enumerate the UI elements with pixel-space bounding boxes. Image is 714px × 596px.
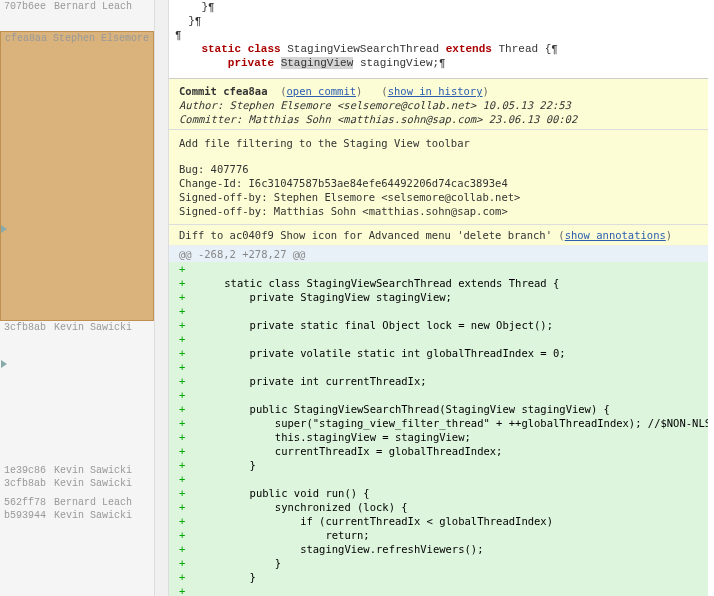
blame-row[interactable]: 3cfb8ab Kevin Sawicki bbox=[0, 477, 154, 490]
blame-author: Kevin Sawicki bbox=[54, 322, 132, 333]
diff-added-line: + bbox=[169, 332, 708, 346]
blame-hash: 1e39c86 bbox=[4, 465, 54, 476]
code-line: }¶ bbox=[169, 0, 714, 14]
blame-author: Kevin Sawicki bbox=[54, 510, 132, 521]
diff-added-line: + } bbox=[169, 556, 708, 570]
blame-author: Bernard Leach bbox=[54, 497, 132, 508]
blame-hash: 3cfb8ab bbox=[4, 478, 54, 489]
diff-added-line: + bbox=[169, 360, 708, 374]
author-line: Author: Stephen Elsemore <selsemore@coll… bbox=[179, 99, 698, 111]
diff-added-line: + bbox=[169, 262, 708, 276]
blame-row[interactable]: 562ff78 Bernard Leach bbox=[0, 496, 154, 509]
blame-row-highlighted[interactable]: cfea8aa Stephen Elsemore bbox=[0, 31, 154, 321]
commit-changeid: Change-Id: I6c31047587b53ae84efe64492206… bbox=[179, 176, 698, 190]
code-line: private StagingView stagingView;¶ bbox=[169, 56, 714, 70]
commit-bug: Bug: 407776 bbox=[179, 162, 698, 176]
show-annotations-link[interactable]: show annotations bbox=[565, 229, 666, 241]
diff-added-line: + public StagingViewSearchThread(Staging… bbox=[169, 402, 708, 416]
blame-author: Stephen Elsemore bbox=[53, 33, 149, 319]
diff-added-line: + } bbox=[169, 458, 708, 472]
commit-hover-panel: Commit cfea8aa (open commit) (show in hi… bbox=[169, 78, 708, 596]
code-line: ¶ bbox=[169, 28, 714, 42]
blame-hash: 562ff78 bbox=[4, 497, 54, 508]
diff-added-line: + static class StagingViewSearchThread e… bbox=[169, 276, 708, 290]
code-line: }¶ bbox=[169, 14, 714, 28]
show-in-history-link[interactable]: show in history bbox=[388, 85, 483, 97]
diff-added-line: + stagingView.refreshViewers(); bbox=[169, 542, 708, 556]
diff-to-line: Diff to ac040f9 Show icon for Advanced m… bbox=[169, 225, 708, 246]
commit-header: Commit cfea8aa (open commit) (show in hi… bbox=[169, 79, 708, 130]
diff-added-line: + private StagingView stagingView; bbox=[169, 290, 708, 304]
diff-added-line: + return; bbox=[169, 528, 708, 542]
blame-hash: 707b6ee bbox=[4, 1, 54, 12]
change-marker-icon bbox=[1, 360, 7, 368]
diff-added-line: + private static final Object lock = new… bbox=[169, 318, 708, 332]
blame-author: Kevin Sawicki bbox=[54, 478, 132, 489]
blame-row[interactable]: 707b6ee Bernard Leach bbox=[0, 0, 154, 13]
blame-hash: cfea8aa bbox=[5, 33, 53, 319]
diff-added-line: + } bbox=[169, 570, 708, 584]
blame-author: Kevin Sawicki bbox=[54, 465, 132, 476]
diff-added-line: + bbox=[169, 304, 708, 318]
blame-annotation-column: 707b6ee Bernard Leach cfea8aa Stephen El… bbox=[0, 0, 155, 596]
commit-subject: Add file filtering to the Staging View t… bbox=[179, 136, 698, 150]
change-marker-icon bbox=[1, 225, 7, 233]
diff-added-line: + synchronized (lock) { bbox=[169, 500, 708, 514]
diff-hunk-header: @@ -268,2 +278,27 @@ bbox=[169, 246, 708, 262]
blame-hash: 3cfb8ab bbox=[4, 322, 54, 333]
diff-added-line: + this.stagingView = stagingView; bbox=[169, 430, 708, 444]
diff-added-line: + bbox=[169, 472, 708, 486]
open-commit-link[interactable]: open commit bbox=[287, 85, 357, 97]
committer-line: Committer: Matthias Sohn <matthias.sohn@… bbox=[179, 113, 698, 125]
blame-row[interactable]: b593944 Kevin Sawicki bbox=[0, 509, 154, 522]
diff-added-line: + if (currentThreadIx < globalThreadInde… bbox=[169, 514, 708, 528]
commit-signoff: Signed-off-by: Stephen Elsemore <selsemo… bbox=[179, 190, 698, 204]
commit-signoff: Signed-off-by: Matthias Sohn <matthias.s… bbox=[179, 204, 698, 218]
commit-title: Commit cfea8aa bbox=[179, 85, 268, 97]
diff-added-line: + currentThreadIx = globalThreadIndex; bbox=[169, 444, 708, 458]
blame-author: Bernard Leach bbox=[54, 1, 132, 12]
diff-added-line: + private int currentThreadIx; bbox=[169, 374, 708, 388]
code-line: static class StagingViewSearchThread ext… bbox=[169, 42, 714, 56]
diff-added-line: + public void run() { bbox=[169, 486, 708, 500]
diff-added-line: + bbox=[169, 388, 708, 402]
blame-row[interactable]: 1e39c86 Kevin Sawicki bbox=[0, 464, 154, 477]
diff-added-line: + private volatile static int globalThre… bbox=[169, 346, 708, 360]
diff-added-line: + super("staging_view_filter_thread" + +… bbox=[169, 416, 708, 430]
blame-hash: b593944 bbox=[4, 510, 54, 521]
folding-column[interactable] bbox=[155, 0, 169, 596]
commit-message: Add file filtering to the Staging View t… bbox=[169, 130, 708, 225]
blame-row[interactable]: 3cfb8ab Kevin Sawicki bbox=[0, 321, 154, 334]
diff-added-line: + bbox=[169, 584, 708, 596]
